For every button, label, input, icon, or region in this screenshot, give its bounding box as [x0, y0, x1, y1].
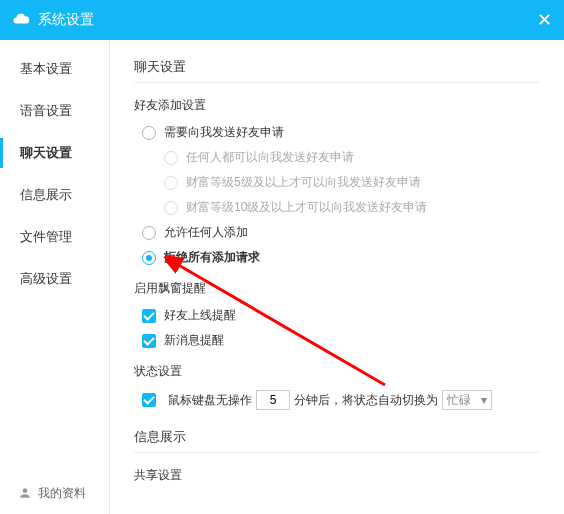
radio-label: 财富等级10级及以上才可以向我发送好友申请: [186, 199, 427, 216]
sidebar-item-chat[interactable]: 聊天设置: [0, 132, 109, 174]
status-prefix: 鼠标键盘无操作: [168, 392, 252, 409]
content: 聊天设置 好友添加设置 需要向我发送好友申请 任何人都可以向我发送好友申请 财富…: [110, 40, 564, 514]
radio-icon: [142, 126, 156, 140]
radio-sub-level10: 财富等级10级及以上才可以向我发送好友申请: [164, 199, 540, 216]
status-select[interactable]: 忙碌 ▾: [442, 390, 492, 410]
section-share-header: 共享设置: [134, 467, 540, 484]
sidebar: 基本设置 语音设置 聊天设置 信息展示 文件管理 高级设置 我的资料: [0, 40, 110, 514]
checkbox-label: 好友上线提醒: [164, 307, 236, 324]
radio-label: 允许任何人添加: [164, 224, 248, 241]
checkbox-icon: [142, 309, 156, 323]
checkbox-label: 新消息提醒: [164, 332, 224, 349]
radio-label: 财富等级5级及以上才可以向我发送好友申请: [186, 174, 421, 191]
sidebar-item-basic[interactable]: 基本设置: [0, 48, 109, 90]
radio-icon: [164, 151, 178, 165]
settings-window: 系统设置 ✕ 基本设置 语音设置 聊天设置 信息展示 文件管理 高级设置 我的资…: [0, 0, 564, 514]
radio-label: 拒绝所有添加请求: [164, 249, 260, 266]
checkbox-icon[interactable]: [142, 393, 156, 407]
radio-icon: [164, 176, 178, 190]
close-icon[interactable]: ✕: [537, 9, 552, 31]
sidebar-item-advanced[interactable]: 高级设置: [0, 258, 109, 300]
window-body: 基本设置 语音设置 聊天设置 信息展示 文件管理 高级设置 我的资料 聊天设置 …: [0, 40, 564, 514]
radio-label: 任何人都可以向我发送好友申请: [186, 149, 354, 166]
check-new-message[interactable]: 新消息提醒: [142, 332, 540, 349]
radio-label: 需要向我发送好友申请: [164, 124, 284, 141]
titlebar: 系统设置 ✕: [0, 0, 564, 40]
radio-icon: [142, 226, 156, 240]
idle-minutes-input[interactable]: [256, 390, 290, 410]
sidebar-item-files[interactable]: 文件管理: [0, 216, 109, 258]
status-row: 鼠标键盘无操作 分钟后，将状态自动切换为 忙碌 ▾: [142, 390, 540, 410]
person-icon: [18, 486, 32, 500]
check-friend-online[interactable]: 好友上线提醒: [142, 307, 540, 324]
status-title: 状态设置: [134, 363, 540, 380]
sidebar-item-voice[interactable]: 语音设置: [0, 90, 109, 132]
sidebar-item-info[interactable]: 信息展示: [0, 174, 109, 216]
radio-allow-anyone[interactable]: 允许任何人添加: [142, 224, 540, 241]
cloud-icon: [12, 10, 30, 31]
radio-reject-all[interactable]: 拒绝所有添加请求: [142, 249, 540, 266]
section-info-header: 信息展示: [134, 428, 540, 453]
sidebar-profile[interactable]: 我的资料: [0, 472, 109, 514]
sidebar-profile-label: 我的资料: [38, 485, 86, 502]
status-select-value: 忙碌: [447, 392, 471, 409]
section-chat-header: 聊天设置: [134, 58, 540, 83]
checkbox-icon: [142, 334, 156, 348]
friend-add-title: 好友添加设置: [134, 97, 540, 114]
radio-sub-level5: 财富等级5级及以上才可以向我发送好友申请: [164, 174, 540, 191]
popup-title: 启用飘窗提醒: [134, 280, 540, 297]
radio-icon: [164, 201, 178, 215]
radio-sub-anyone: 任何人都可以向我发送好友申请: [164, 149, 540, 166]
radio-icon: [142, 251, 156, 265]
window-title: 系统设置: [38, 11, 94, 29]
chevron-down-icon: ▾: [481, 393, 487, 407]
status-mid: 分钟后，将状态自动切换为: [294, 392, 438, 409]
radio-require-request[interactable]: 需要向我发送好友申请: [142, 124, 540, 141]
